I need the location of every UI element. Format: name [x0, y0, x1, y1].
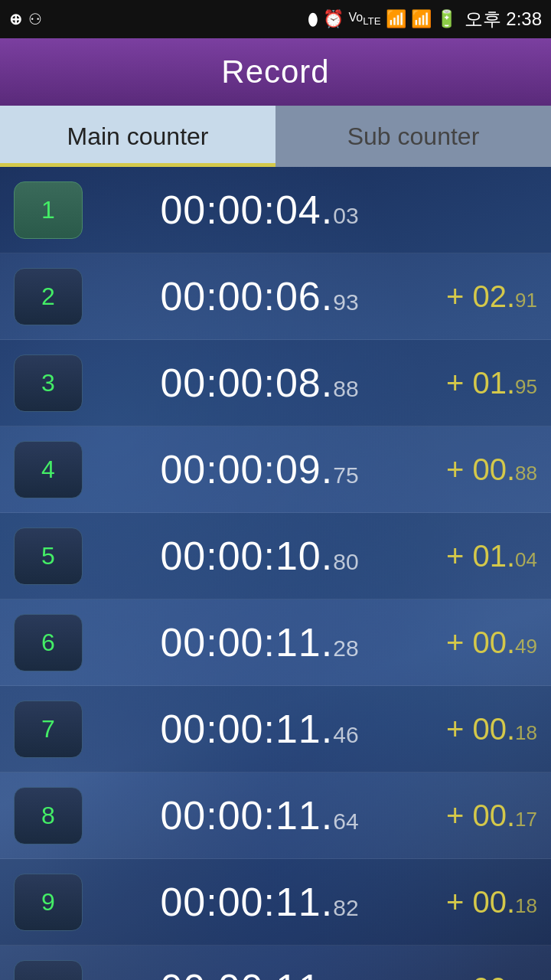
u-icon: ⊕ — [9, 10, 22, 28]
lap-number-button[interactable]: 10 — [14, 960, 83, 981]
lap-time: 00:00:06. 93 — [83, 273, 429, 319]
tab-main-counter[interactable]: Main counter — [0, 106, 276, 167]
record-row: 3 00:00:08. 88 + 01. 95 — [0, 340, 551, 426]
record-row: 5 00:00:10. 80 + 01. 04 — [0, 513, 551, 599]
lap-time-sub: 93 — [333, 289, 358, 315]
lap-time-main: 00:00:10. — [160, 533, 333, 579]
lap-time-sub: 88 — [333, 376, 358, 402]
lap-diff-sub: 49 — [515, 635, 537, 658]
lap-number-button[interactable]: 1 — [14, 181, 83, 239]
lap-diff-sub: 04 — [515, 548, 537, 572]
tab-sub-counter[interactable]: Sub counter — [276, 106, 551, 167]
tab-main-counter-label: Main counter — [67, 122, 209, 151]
lap-time-main: 00:00:04. — [160, 187, 333, 233]
lap-diff: + 00. 17 — [429, 799, 551, 833]
lap-diff-main: + 00. — [446, 452, 515, 487]
lap-number-button[interactable]: 8 — [14, 787, 83, 844]
lap-diff: + 02. 91 — [429, 279, 551, 314]
lap-time-main: 00:00:06. — [160, 273, 333, 319]
record-row: 2 00:00:06. 93 + 02. 91 — [0, 253, 551, 340]
lap-diff-sub: 18 — [515, 721, 537, 745]
status-left-icons: ⊕ ⚇ — [9, 10, 42, 28]
lap-diff: + 00. 17 — [429, 972, 551, 981]
lap-number-button[interactable]: 9 — [14, 874, 83, 931]
lap-number: 3 — [41, 369, 55, 397]
lap-diff: + 01. 95 — [429, 366, 551, 400]
record-row: 10 00:00:11. 99 + 00. 17 — [0, 946, 551, 980]
lap-time-sub: 28 — [333, 635, 358, 662]
lap-diff: + 00. 88 — [429, 452, 551, 487]
lap-time: 00:00:09. 75 — [83, 446, 429, 492]
record-row: 9 00:00:11. 82 + 00. 18 — [0, 859, 551, 946]
lap-diff-sub: 95 — [515, 375, 537, 399]
signal-icon: 📶 — [411, 9, 432, 29]
lap-number: 9 — [41, 888, 55, 916]
page-title: Record — [221, 54, 329, 90]
battery-icon: 🔋 — [436, 9, 457, 29]
bluetooth-icon: ⬮ — [308, 9, 318, 29]
lap-time-main: 00:00:09. — [160, 446, 333, 492]
record-row: 1 00:00:04. 03 — [0, 167, 551, 253]
lap-diff: + 00. 18 — [429, 712, 551, 746]
alarm-icon: ⏰ — [323, 9, 344, 29]
lap-time-sub: 64 — [333, 808, 358, 835]
lap-number-button[interactable]: 2 — [14, 268, 83, 325]
lap-number-button[interactable]: 5 — [14, 528, 83, 585]
lap-time-sub: 03 — [333, 203, 358, 229]
lap-diff-main: + 00. — [446, 885, 515, 920]
lap-diff-main: + 00. — [446, 972, 515, 981]
lap-diff-sub: 91 — [515, 289, 537, 312]
lap-number-button[interactable]: 4 — [14, 441, 83, 498]
lap-number-button[interactable]: 7 — [14, 701, 83, 758]
wifi-icon: 📶 — [386, 9, 406, 29]
lap-number: 8 — [41, 802, 55, 830]
lap-time: 00:00:11. 99 — [83, 965, 429, 980]
lap-time: 00:00:11. 46 — [83, 706, 429, 752]
lap-diff-sub: 17 — [515, 808, 537, 831]
lap-diff-main: + 01. — [446, 366, 515, 400]
lap-number: 5 — [41, 542, 55, 570]
lap-time-sub: 46 — [333, 722, 358, 748]
lap-number: 4 — [41, 456, 55, 484]
lap-time-main: 00:00:08. — [160, 360, 333, 406]
lap-diff-main: + 02. — [446, 279, 515, 314]
lap-diff: + 00. 49 — [429, 626, 551, 660]
lap-diff-main: + 00. — [446, 626, 515, 660]
lap-time-main: 00:00:11. — [160, 706, 333, 752]
lap-number: 1 — [41, 196, 55, 224]
usb-icon: ⚇ — [28, 10, 42, 28]
record-row: 4 00:00:09. 75 + 00. 88 — [0, 426, 551, 513]
volte-icon: VoLTE — [348, 11, 380, 27]
lap-time: 00:00:04. 03 — [83, 187, 429, 233]
lap-time-sub: 75 — [333, 462, 358, 488]
lap-diff-sub: 18 — [515, 894, 537, 918]
header: Record — [0, 38, 551, 106]
lap-diff-main: + 00. — [446, 799, 515, 833]
lap-time: 00:00:08. 88 — [83, 360, 429, 406]
lap-time: 00:00:11. 64 — [83, 792, 429, 838]
lap-number: 2 — [41, 283, 55, 311]
record-row: 7 00:00:11. 46 + 00. 18 — [0, 686, 551, 773]
tab-sub-counter-label: Sub counter — [347, 122, 480, 151]
lap-time-main: 00:00:11. — [160, 965, 333, 980]
lap-time: 00:00:11. 28 — [83, 619, 429, 665]
lap-number-button[interactable]: 6 — [14, 614, 83, 671]
lap-time: 00:00:10. 80 — [83, 533, 429, 579]
lap-number: 7 — [41, 715, 55, 743]
record-row: 6 00:00:11. 28 + 00. 49 — [0, 599, 551, 686]
lap-diff: + 01. 04 — [429, 539, 551, 573]
tab-bar: Main counter Sub counter — [0, 106, 551, 167]
lap-time: 00:00:11. 82 — [83, 879, 429, 925]
records-container: 1 00:00:04. 03 2 00:00:06. 93 + 02. 91 — [0, 167, 551, 980]
lap-number-button[interactable]: 3 — [14, 354, 83, 412]
lap-time-sub: 82 — [333, 895, 358, 921]
lap-time-main: 00:00:11. — [160, 619, 333, 665]
lap-diff: + 00. 18 — [429, 885, 551, 920]
lap-diff-main: + 01. — [446, 539, 515, 573]
clock-display: 오후 2:38 — [465, 7, 542, 31]
lap-diff-sub: 88 — [515, 462, 537, 485]
record-row: 8 00:00:11. 64 + 00. 17 — [0, 773, 551, 859]
lap-number: 6 — [41, 629, 55, 657]
status-right-area: ⬮ ⏰ VoLTE 📶 📶 🔋 오후 2:38 — [308, 7, 542, 31]
lap-time-sub: 80 — [333, 549, 358, 575]
